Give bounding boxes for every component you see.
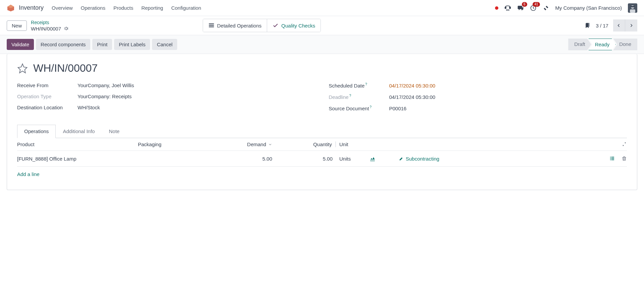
topbar: Inventory Overview Operations Products R… [0, 0, 644, 16]
field-source-document: Source Document? P00016 [329, 105, 627, 111]
source-document-label: Source Document? [329, 105, 389, 111]
breadcrumb-parent[interactable]: Receipts [31, 20, 68, 25]
nav-configuration[interactable]: Configuration [171, 5, 201, 11]
th-product[interactable]: Product [17, 141, 138, 147]
status-ready[interactable]: Ready [589, 39, 616, 50]
messages-icon[interactable]: 6 [517, 5, 524, 11]
nav-operations[interactable]: Operations [81, 5, 105, 11]
pager-area: 3 / 17 [585, 19, 637, 32]
svg-rect-11 [631, 6, 635, 7]
status-done[interactable]: Done [613, 39, 637, 50]
gear-icon[interactable] [64, 26, 68, 31]
status-draft[interactable]: Draft [568, 39, 591, 50]
pager-prev-button[interactable] [613, 19, 625, 32]
phone-icon[interactable] [504, 5, 511, 11]
favorite-star-icon[interactable] [17, 63, 28, 74]
status-bar: Draft Ready Done [568, 39, 637, 50]
th-quantity[interactable]: Quantity [272, 141, 336, 147]
fields-grid: Receive From YourCompany, Joel Willis Op… [17, 82, 627, 117]
column-options-icon[interactable] [622, 141, 627, 147]
td-demand[interactable]: 5.00 [232, 156, 272, 162]
svg-point-6 [508, 10, 509, 10]
topbar-right: 6 41 My Company (San Francisco) [495, 3, 637, 13]
detailed-operations-button[interactable]: Detailed Operations [203, 19, 267, 32]
svg-rect-14 [209, 26, 214, 27]
th-unit[interactable]: Unit [336, 141, 369, 147]
svg-rect-10 [630, 9, 635, 13]
tab-note[interactable]: Note [102, 125, 127, 138]
breadcrumb-current-text: WH/IN/00007 [31, 26, 61, 32]
nav-menu: Overview Operations Products Reporting C… [52, 5, 201, 11]
delete-icon[interactable] [622, 156, 627, 161]
svg-rect-12 [209, 23, 214, 24]
record-components-button[interactable]: Record components [36, 39, 90, 50]
deadline-label: Deadline? [329, 94, 389, 100]
pager-text[interactable]: 3 / 17 [596, 23, 608, 28]
td-product[interactable]: [FURN_8888] Office Lamp [17, 156, 138, 162]
quality-checks-button[interactable]: Quality Checks [267, 19, 320, 32]
messages-badge: 6 [522, 2, 527, 7]
tabs: Operations Additional Info Note [17, 125, 627, 138]
svg-rect-15 [610, 157, 611, 158]
activities-icon[interactable]: 41 [530, 5, 537, 11]
subheader-buttons: Detailed Operations Quality Checks [203, 19, 321, 32]
tools-icon[interactable] [543, 5, 549, 11]
svg-point-4 [506, 10, 507, 10]
nav-reporting[interactable]: Reporting [141, 5, 163, 11]
form-title: WH/IN/00007 [33, 62, 98, 74]
tab-operations[interactable]: Operations [17, 125, 56, 138]
detailed-operations-label: Detailed Operations [217, 23, 262, 28]
bookmark-icon[interactable] [585, 22, 591, 29]
destination-label: Destination Location [17, 105, 78, 110]
subcontracting-link[interactable]: Subcontracting [399, 156, 439, 162]
print-labels-button[interactable]: Print Labels [114, 39, 150, 50]
deadline-value[interactable]: 04/17/2024 05:30:00 [389, 94, 436, 100]
subheader: New Receipts WH/IN/00007 Detailed Operat… [0, 16, 644, 35]
table-row[interactable]: [FURN_8888] Office Lamp 5.00 5.00 Units … [17, 151, 627, 167]
quality-checks-label: Quality Checks [281, 23, 315, 28]
field-deadline: Deadline? 04/17/2024 05:30:00 [329, 94, 627, 100]
new-button[interactable]: New [7, 20, 27, 31]
title-row: WH/IN/00007 [17, 62, 627, 74]
svg-rect-19 [610, 160, 611, 160]
svg-rect-20 [611, 160, 614, 160]
chevron-down-icon [268, 142, 272, 146]
th-packaging[interactable]: Packaging [138, 141, 232, 147]
pager-buttons [613, 19, 637, 32]
svg-rect-3 [509, 7, 510, 8]
svg-rect-17 [610, 158, 611, 159]
operation-type-label: Operation Type [17, 94, 78, 99]
destination-value[interactable]: WH/Stock [78, 105, 100, 110]
field-destination: Destination Location WH/Stock [17, 105, 315, 110]
status-indicator[interactable] [495, 6, 498, 10]
user-avatar[interactable] [628, 3, 637, 13]
svg-rect-13 [209, 25, 214, 26]
cancel-button[interactable]: Cancel [152, 39, 177, 50]
add-line-link[interactable]: Add a line [17, 167, 627, 182]
source-document-value[interactable]: P00016 [389, 106, 407, 111]
pager-next-button[interactable] [625, 19, 637, 32]
receive-from-value[interactable]: YourCompany, Joel Willis [78, 82, 134, 88]
app-logo[interactable] [7, 4, 15, 12]
print-button[interactable]: Print [92, 39, 112, 50]
nav-products[interactable]: Products [113, 5, 133, 11]
nav-overview[interactable]: Overview [52, 5, 73, 11]
details-icon[interactable] [609, 156, 615, 161]
td-unit[interactable]: Units [336, 156, 369, 162]
tab-additional-info[interactable]: Additional Info [56, 125, 102, 138]
th-demand[interactable]: Demand [232, 141, 272, 147]
breadcrumb: Receipts WH/IN/00007 [31, 20, 68, 32]
svg-rect-16 [611, 157, 614, 158]
pencil-icon [399, 156, 404, 161]
forecast-icon[interactable] [369, 156, 376, 162]
operation-type-value[interactable]: YourCompany: Receipts [78, 94, 132, 99]
svg-rect-18 [611, 158, 614, 159]
activities-badge: 41 [533, 2, 540, 7]
validate-button[interactable]: Validate [7, 39, 34, 50]
action-bar: Validate Record components Print Print L… [0, 35, 644, 54]
td-quantity[interactable]: 5.00 [272, 156, 336, 162]
scheduled-date-value[interactable]: 04/17/2024 05:30:00 [389, 83, 436, 89]
app-name[interactable]: Inventory [19, 4, 44, 11]
company-selector[interactable]: My Company (San Francisco) [555, 5, 622, 11]
receive-from-label: Receive From [17, 82, 78, 88]
